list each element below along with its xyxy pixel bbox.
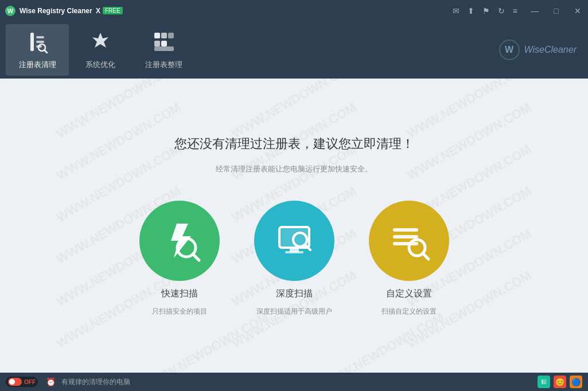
main-content-area: WWW.NEWDOWN.COM WWW.NEWDOWN.COM WWW.NEWD…: [0, 79, 588, 373]
svg-rect-25: [393, 242, 418, 245]
app-logo: W: [5, 5, 16, 17]
status-dot-3[interactable]: 🔵: [570, 376, 582, 388]
scan-options-container: 快速扫描 只扫描安全的项目 深度扫描: [139, 201, 449, 316]
close-button[interactable]: ✕: [567, 0, 588, 21]
flag-icon[interactable]: ⚑: [482, 6, 490, 15]
svg-rect-10: [168, 33, 174, 38]
watermark-text-20: WWW.NEWDOWN.COM: [317, 310, 446, 373]
svg-rect-2: [30, 33, 34, 51]
svg-rect-13: [154, 46, 174, 51]
svg-rect-8: [154, 33, 160, 38]
status-dot-3-icon: 🔵: [571, 378, 581, 386]
main-heading: 您还没有清理过注册表，建议您立即清理！: [174, 135, 414, 153]
custom-scan-title: 自定义设置: [386, 288, 432, 300]
quick-scan-circle[interactable]: [139, 201, 220, 281]
tab-registry-defrag[interactable]: 注册表整理: [132, 24, 195, 76]
system-optimize-icon: [89, 30, 112, 56]
status-dot-1[interactable]: 贴: [538, 376, 550, 388]
free-badge: FREE: [103, 7, 123, 14]
svg-line-16: [193, 254, 199, 260]
titlebar: W Wise Registry Cleaner X FREE ✉ ⬆ ⚑ ↻ ≡…: [0, 0, 588, 21]
tab-registry-defrag-label: 注册表整理: [145, 60, 182, 70]
svg-rect-20: [285, 251, 303, 253]
toolbar-icons-bar: ✉ ⬆ ⚑ ↻ ≡: [446, 6, 524, 15]
deep-scan-icon: [271, 218, 317, 264]
quick-scan-icon: [157, 218, 203, 264]
custom-scan-option[interactable]: 自定义设置 扫描自定义的设置: [369, 201, 449, 316]
upload-icon[interactable]: ⬆: [468, 6, 474, 15]
status-message: 有规律的清理你的电脑: [61, 377, 130, 387]
menu-icon[interactable]: ≡: [513, 6, 517, 15]
content-inner: 您还没有清理过注册表，建议您立即清理！ 经常清理注册表能让您电脑运行更加快速安全…: [0, 135, 588, 316]
toggle-knob[interactable]: [8, 378, 22, 386]
watermark-text-19: WWW.NEWDOWN.COM: [142, 310, 271, 373]
deep-scan-title: 深度扫描: [276, 288, 313, 300]
quick-scan-desc: 只扫描安全的项目: [152, 307, 207, 316]
custom-scan-icon: [386, 218, 432, 264]
brand-area: W WiseCleaner: [499, 40, 577, 60]
custom-scan-desc: 扫描自定义的设置: [381, 307, 437, 316]
deep-scan-circle[interactable]: [254, 201, 334, 281]
statusbar-right: 贴 😊 🔵: [538, 376, 582, 388]
quick-scan-option[interactable]: 快速扫描 只扫描安全的项目: [139, 201, 220, 316]
deep-scan-desc: 深度扫描适用于高级用户: [256, 307, 332, 316]
tab-system-optimize-label: 系统优化: [85, 60, 115, 70]
status-dot-1-text: 贴: [541, 378, 547, 386]
clock-icon: ⏰: [46, 377, 56, 386]
brand-logo-circle: W: [499, 40, 520, 60]
window-controls: ✉ ⬆ ⚑ ↻ ≡ — □ ✕: [446, 0, 588, 21]
toggle-switch[interactable]: OFF: [6, 377, 38, 387]
brand-name: WiseCleaner: [524, 45, 577, 55]
status-dot-2-icon: 😊: [555, 378, 564, 386]
svg-text:W: W: [7, 7, 14, 14]
minimize-button[interactable]: —: [524, 0, 546, 21]
app-version: X: [96, 7, 100, 15]
main-toolbar: 注册表清理 系统优化 注册表整理 W WiseCleaner: [0, 21, 588, 79]
custom-scan-circle[interactable]: [369, 201, 449, 281]
svg-rect-11: [154, 41, 160, 46]
tab-registry-clean[interactable]: 注册表清理: [6, 24, 69, 76]
watermark-text-1: WWW.NEWDOWN.COM: [54, 79, 184, 141]
statusbar: OFF ⏰ 有规律的清理你的电脑 贴 😊 🔵: [0, 373, 588, 391]
toggle-label: OFF: [24, 379, 36, 385]
svg-rect-3: [36, 36, 44, 38]
watermark-text-3: WWW.NEWDOWN.COM: [404, 79, 534, 141]
svg-rect-23: [393, 228, 418, 232]
svg-line-27: [423, 253, 429, 259]
mail-icon[interactable]: ✉: [453, 6, 460, 15]
main-subheading: 经常清理注册表能让您电脑运行更加快速安全。: [216, 164, 372, 174]
svg-rect-24: [393, 235, 418, 238]
tab-registry-clean-label: 注册表清理: [19, 60, 56, 70]
maximize-button[interactable]: □: [546, 0, 567, 21]
svg-rect-9: [161, 33, 167, 38]
svg-line-7: [45, 50, 47, 53]
brand-letter: W: [505, 45, 513, 55]
deep-scan-option[interactable]: 深度扫描 深度扫描适用于高级用户: [254, 201, 334, 316]
status-dot-2[interactable]: 😊: [554, 376, 566, 388]
app-name-text: Wise Registry Cleaner: [20, 7, 92, 15]
app-title: Wise Registry Cleaner X: [20, 7, 100, 15]
registry-clean-icon: [26, 30, 49, 56]
svg-rect-12: [161, 41, 167, 46]
refresh-icon[interactable]: ↻: [498, 6, 505, 15]
quick-scan-title: 快速扫描: [161, 288, 198, 300]
svg-rect-4: [36, 41, 44, 43]
watermark-text-2: WWW.NEWDOWN.COM: [229, 79, 359, 141]
registry-defrag-icon: [152, 30, 175, 56]
tab-system-optimize[interactable]: 系统优化: [69, 24, 132, 76]
